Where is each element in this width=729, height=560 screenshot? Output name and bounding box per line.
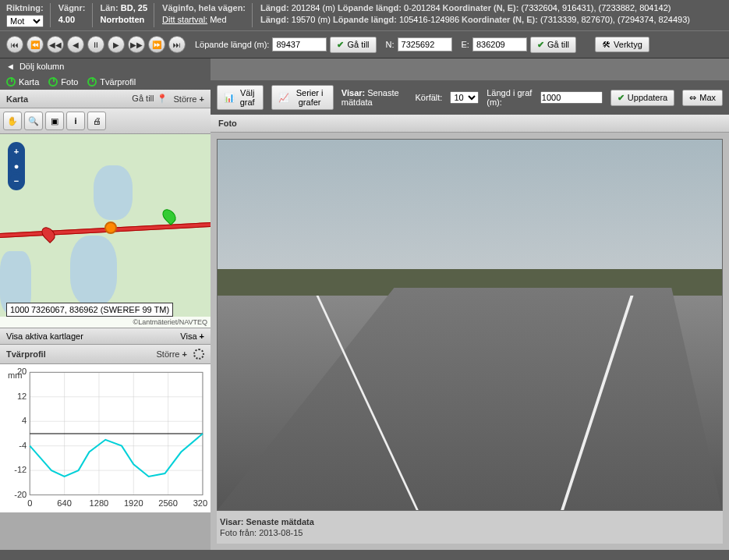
forward-fast-button[interactable]: ⏩ bbox=[148, 36, 165, 53]
lan-sub: Norrbotten bbox=[101, 15, 148, 24]
magnifier-icon: 🔍 bbox=[28, 116, 39, 126]
karta-header: Karta Gå till 📍 Större + bbox=[0, 90, 211, 108]
pause-button[interactable]: ⏸ bbox=[87, 36, 104, 53]
svg-text:1920: 1920 bbox=[124, 498, 143, 508]
max-icon: ⇔ bbox=[689, 93, 696, 103]
svg-text:-12: -12 bbox=[14, 465, 27, 474]
svg-text:0: 0 bbox=[27, 498, 32, 508]
tvarprofil-chart: -20-12-44122006401280192025603200mm bbox=[0, 364, 211, 512]
step-back-button[interactable]: ◀ bbox=[67, 36, 84, 53]
layers-tool-button[interactable]: ▣ bbox=[45, 112, 64, 130]
pan-tool-button[interactable]: ✋ bbox=[3, 112, 22, 130]
map-coords-box: 1000 7326067, 836962 (SWEREF 99 TM) bbox=[6, 303, 173, 317]
road-photo bbox=[217, 139, 723, 511]
korfalt-select[interactable]: 10 bbox=[450, 91, 479, 104]
ga-till-link[interactable]: Gå till 📍 bbox=[132, 94, 167, 104]
zoom-out-button[interactable]: − bbox=[9, 174, 23, 188]
valj-graf-button[interactable]: 📊Välj graf bbox=[217, 85, 264, 110]
tab-karta[interactable]: Karta bbox=[6, 77, 39, 87]
tab-tvarprofil[interactable]: Tvärprofil bbox=[87, 77, 136, 87]
lopande-label: Löpande längd (m): bbox=[195, 40, 269, 49]
layers-label: Visa aktiva kartlager bbox=[6, 331, 83, 341]
n-input[interactable] bbox=[398, 37, 452, 51]
map-toolbar: ✋ 🔍 ▣ i 🖨 bbox=[0, 108, 211, 134]
tools-icon: 🛠 bbox=[602, 40, 610, 49]
pin-icon: 📍 bbox=[157, 94, 168, 103]
zoom-tool-button[interactable]: 🔍 bbox=[24, 112, 43, 130]
chart-icon: 📊 bbox=[224, 93, 235, 103]
vagnr-value: 4.00 bbox=[58, 15, 86, 24]
langd-graf-input[interactable] bbox=[540, 91, 603, 104]
e-label: E: bbox=[462, 40, 469, 49]
foto-footer: Visar: Senaste mätdata Foto från: 2013-0… bbox=[217, 511, 723, 544]
korfalt-label: Körfält: bbox=[416, 93, 443, 102]
foto-area: Visar: Senaste mätdata Foto från: 2013-0… bbox=[211, 133, 729, 550]
verktyg-button[interactable]: 🛠Verktyg bbox=[595, 37, 649, 52]
print-icon: 🖨 bbox=[93, 116, 101, 126]
power-icon bbox=[6, 77, 16, 87]
svg-text:1280: 1280 bbox=[90, 498, 109, 508]
svg-text:640: 640 bbox=[57, 498, 71, 508]
playback-bar: ⏮ ⏪ ◀◀ ◀ ⏸ ▶ ▶▶ ⏩ ⏭ Löpande längd (m): ✔… bbox=[0, 31, 729, 58]
layers-visa-link[interactable]: Visa + bbox=[180, 331, 204, 341]
e-input[interactable] bbox=[472, 37, 527, 51]
svg-text:4: 4 bbox=[22, 416, 27, 425]
zoom-globe-button[interactable]: ● bbox=[9, 159, 23, 173]
ga-till-button-2[interactable]: ✔Gå till bbox=[530, 37, 576, 53]
svg-text:2560: 2560 bbox=[158, 498, 178, 508]
info-header: Riktning: Mot Vägnr: 4.00 Län: BD, 25 No… bbox=[0, 0, 729, 31]
step-fwd-button[interactable]: ▶ bbox=[108, 36, 125, 53]
foto-header: Foto bbox=[211, 115, 729, 133]
startval-link[interactable]: Ditt startval: bbox=[162, 15, 207, 24]
tvarprofil-header: Tvärprofil Större + bbox=[0, 345, 211, 364]
power-icon bbox=[48, 77, 58, 87]
foto-visar: Visar: Senaste mätdata bbox=[220, 517, 720, 526]
riktning-select[interactable]: Mot bbox=[6, 15, 44, 27]
ga-till-button-1[interactable]: ✔Gå till bbox=[330, 37, 376, 53]
skip-start-button[interactable]: ⏮ bbox=[6, 36, 23, 53]
rewind-button[interactable]: ◀◀ bbox=[47, 36, 64, 53]
svg-text:-20: -20 bbox=[14, 490, 27, 499]
map-pin-end bbox=[160, 207, 179, 225]
skip-end-button[interactable]: ⏭ bbox=[168, 36, 186, 53]
content-toolbar: 📊Välj graf 📈Serier i grafer Visar: Senas… bbox=[211, 80, 729, 115]
sidebar-tabs: Karta Foto Tvärprofil bbox=[0, 74, 211, 90]
zoom-in-button[interactable]: + bbox=[9, 144, 23, 158]
map-attribution: ©Lantmäteriet/NAVTEQ bbox=[0, 317, 211, 328]
map-pin-current bbox=[104, 222, 117, 234]
langd-graf-label: Längd i graf (m): bbox=[487, 88, 533, 107]
forward-button[interactable]: ▶▶ bbox=[128, 36, 145, 53]
content-area: 📊Välj graf 📈Serier i grafer Visar: Senas… bbox=[211, 58, 729, 550]
svg-text:-4: -4 bbox=[19, 441, 27, 450]
svg-text:3200: 3200 bbox=[193, 498, 207, 508]
series-icon: 📈 bbox=[278, 93, 289, 103]
serier-button[interactable]: 📈Serier i grafer bbox=[271, 85, 333, 110]
uppdatera-button[interactable]: ✔Uppdatera bbox=[610, 90, 674, 106]
vagnr-label: Vägnr: bbox=[58, 3, 86, 12]
startval-value: Med bbox=[210, 15, 226, 24]
lan-value: BD, 25 bbox=[121, 3, 147, 12]
storre-link[interactable]: Större + bbox=[174, 94, 204, 104]
n-label: N: bbox=[386, 40, 395, 49]
storre-link-2[interactable]: Större + bbox=[157, 349, 187, 359]
print-tool-button[interactable]: 🖨 bbox=[87, 112, 106, 130]
rewind-fast-button[interactable]: ⏪ bbox=[27, 36, 44, 53]
lan-label: Län: bbox=[101, 3, 119, 12]
map[interactable]: + ● − 1000 7326067, 836962 (SWEREF 99 TM… bbox=[0, 134, 211, 328]
tab-foto[interactable]: Foto bbox=[48, 77, 78, 87]
riktning-label: Riktning: bbox=[6, 3, 44, 12]
layers-row: Visa aktiva kartlager Visa + bbox=[0, 328, 211, 345]
gear-icon[interactable] bbox=[193, 349, 204, 360]
info-tool-button[interactable]: i bbox=[66, 112, 85, 130]
zoom-control: + ● − bbox=[8, 142, 25, 190]
lopande-input[interactable] bbox=[272, 37, 327, 51]
vaginfo-label: Väginfo, hela vägen: bbox=[162, 3, 246, 12]
max-button[interactable]: ⇔Max bbox=[682, 90, 723, 106]
map-pin-start bbox=[39, 225, 58, 243]
svg-text:12: 12 bbox=[17, 392, 27, 401]
collapse-bar[interactable]: ◄ Dölj kolumn bbox=[0, 58, 211, 74]
foto-fran: Foto från: 2013-08-15 bbox=[220, 528, 720, 537]
sidebar: ◄ Dölj kolumn Karta Foto Tvärprofil Kart… bbox=[0, 58, 211, 550]
info-icon: i bbox=[74, 116, 76, 126]
chevron-left-icon: ◄ bbox=[6, 62, 15, 71]
